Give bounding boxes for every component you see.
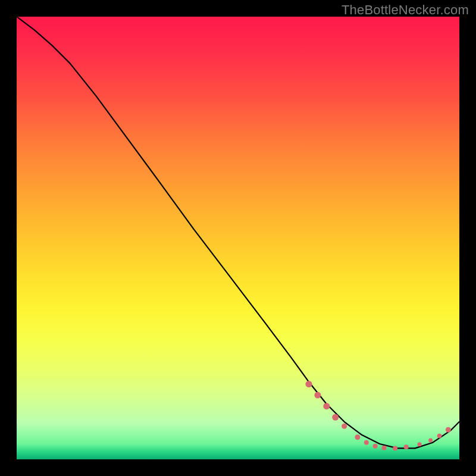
marker-dot	[428, 439, 433, 443]
marker-dot	[355, 434, 360, 440]
marker-dot	[306, 381, 312, 387]
marker-dot	[373, 444, 378, 449]
marker-dot	[332, 414, 339, 421]
bottleneck-curve	[17, 17, 459, 448]
chart-canvas: TheBottleNecker.com	[0, 0, 476, 476]
curve-svg	[17, 17, 459, 459]
marker-dot	[342, 424, 347, 429]
marker-dot	[418, 442, 422, 446]
marker-dot	[446, 427, 451, 433]
marker-dot	[404, 444, 409, 449]
marker-dot	[437, 434, 442, 439]
curve-markers	[306, 381, 451, 450]
marker-dot	[393, 446, 397, 450]
marker-dot	[314, 392, 321, 399]
marker-dot	[364, 440, 369, 445]
marker-dot	[382, 446, 387, 450]
watermark-label: TheBottleNecker.com	[342, 2, 469, 18]
plot-area	[17, 17, 459, 459]
marker-dot	[323, 403, 330, 409]
